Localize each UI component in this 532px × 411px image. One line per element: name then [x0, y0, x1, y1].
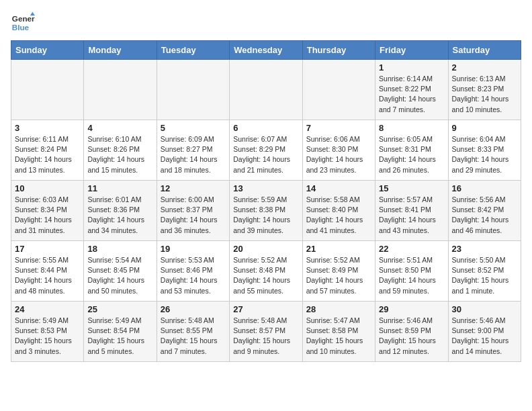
- day-info: Sunrise: 6:13 AM Sunset: 8:23 PM Dayligh…: [452, 74, 517, 115]
- day-number: 2: [452, 62, 517, 73]
- calendar-cell: 19Sunrise: 5:53 AM Sunset: 8:46 PM Dayli…: [157, 241, 229, 302]
- calendar-cell: 21Sunrise: 5:52 AM Sunset: 8:49 PM Dayli…: [302, 241, 375, 302]
- calendar-cell: [11, 60, 84, 120]
- header-day-thursday: Thursday: [302, 41, 375, 60]
- calendar-cell: 28Sunrise: 5:47 AM Sunset: 8:58 PM Dayli…: [302, 302, 375, 362]
- day-number: 17: [15, 244, 80, 254]
- day-info: Sunrise: 5:59 AM Sunset: 8:38 PM Dayligh…: [233, 195, 298, 236]
- day-number: 13: [233, 183, 298, 193]
- day-info: Sunrise: 6:00 AM Sunset: 8:37 PM Dayligh…: [161, 195, 226, 236]
- calendar-cell: 7Sunrise: 6:06 AM Sunset: 8:30 PM Daylig…: [302, 120, 375, 181]
- calendar-cell: 10Sunrise: 6:03 AM Sunset: 8:34 PM Dayli…: [11, 181, 84, 241]
- header-day-tuesday: Tuesday: [157, 41, 229, 60]
- calendar-cell: 17Sunrise: 5:55 AM Sunset: 8:44 PM Dayli…: [11, 241, 84, 302]
- calendar-cell: 13Sunrise: 5:59 AM Sunset: 8:38 PM Dayli…: [230, 181, 302, 241]
- calendar-cell: 1Sunrise: 6:14 AM Sunset: 8:22 PM Daylig…: [375, 60, 448, 120]
- day-number: 24: [15, 304, 80, 314]
- calendar-week-3: 17Sunrise: 5:55 AM Sunset: 8:44 PM Dayli…: [11, 241, 521, 302]
- day-number: 18: [87, 244, 152, 254]
- day-info: Sunrise: 6:07 AM Sunset: 8:29 PM Dayligh…: [233, 134, 298, 175]
- calendar-cell: 25Sunrise: 5:49 AM Sunset: 8:54 PM Dayli…: [84, 302, 157, 362]
- day-number: 19: [161, 244, 226, 254]
- header-day-wednesday: Wednesday: [230, 41, 302, 60]
- calendar-cell: 14Sunrise: 5:58 AM Sunset: 8:40 PM Dayli…: [302, 181, 375, 241]
- calendar-cell: [84, 60, 157, 120]
- header-day-monday: Monday: [84, 41, 157, 60]
- day-info: Sunrise: 5:54 AM Sunset: 8:45 PM Dayligh…: [87, 255, 152, 296]
- svg-text:Blue: Blue: [12, 23, 30, 32]
- calendar-cell: 12Sunrise: 6:00 AM Sunset: 8:37 PM Dayli…: [157, 181, 229, 241]
- calendar-cell: 26Sunrise: 5:48 AM Sunset: 8:55 PM Dayli…: [157, 302, 229, 362]
- day-number: 30: [452, 304, 517, 314]
- day-number: 5: [161, 123, 226, 133]
- calendar-cell: 23Sunrise: 5:50 AM Sunset: 8:52 PM Dayli…: [448, 241, 521, 302]
- calendar-header: SundayMondayTuesdayWednesdayThursdayFrid…: [11, 41, 521, 60]
- day-info: Sunrise: 6:05 AM Sunset: 8:31 PM Dayligh…: [379, 134, 444, 175]
- calendar-cell: 18Sunrise: 5:54 AM Sunset: 8:45 PM Dayli…: [84, 241, 157, 302]
- day-number: 9: [452, 123, 517, 133]
- day-number: 27: [233, 304, 298, 314]
- day-number: 3: [15, 123, 80, 133]
- calendar-cell: 15Sunrise: 5:57 AM Sunset: 8:41 PM Dayli…: [375, 181, 448, 241]
- calendar-cell: 6Sunrise: 6:07 AM Sunset: 8:29 PM Daylig…: [230, 120, 302, 181]
- calendar-cell: 29Sunrise: 5:46 AM Sunset: 8:59 PM Dayli…: [375, 302, 448, 362]
- calendar-cell: 27Sunrise: 5:48 AM Sunset: 8:57 PM Dayli…: [230, 302, 302, 362]
- calendar-cell: 2Sunrise: 6:13 AM Sunset: 8:23 PM Daylig…: [448, 60, 521, 120]
- calendar-cell: 20Sunrise: 5:52 AM Sunset: 8:48 PM Dayli…: [230, 241, 302, 302]
- day-number: 25: [87, 304, 152, 314]
- logo-icon: General Blue: [11, 11, 35, 35]
- day-number: 16: [452, 183, 517, 193]
- header-day-friday: Friday: [375, 41, 448, 60]
- day-number: 20: [233, 244, 298, 254]
- calendar-week-1: 3Sunrise: 6:11 AM Sunset: 8:24 PM Daylig…: [11, 120, 521, 181]
- calendar-table: SundayMondayTuesdayWednesdayThursdayFrid…: [11, 40, 521, 362]
- logo: General Blue: [11, 11, 35, 35]
- day-info: Sunrise: 5:52 AM Sunset: 8:48 PM Dayligh…: [233, 255, 298, 296]
- day-number: 15: [379, 183, 444, 193]
- day-number: 7: [306, 123, 371, 133]
- calendar-cell: 3Sunrise: 6:11 AM Sunset: 8:24 PM Daylig…: [11, 120, 84, 181]
- day-info: Sunrise: 5:55 AM Sunset: 8:44 PM Dayligh…: [15, 255, 80, 296]
- day-info: Sunrise: 5:49 AM Sunset: 8:54 PM Dayligh…: [87, 316, 152, 357]
- day-info: Sunrise: 6:03 AM Sunset: 8:34 PM Dayligh…: [15, 195, 80, 236]
- calendar-week-0: 1Sunrise: 6:14 AM Sunset: 8:22 PM Daylig…: [11, 60, 521, 120]
- day-info: Sunrise: 5:48 AM Sunset: 8:55 PM Dayligh…: [161, 316, 226, 357]
- day-info: Sunrise: 5:53 AM Sunset: 8:46 PM Dayligh…: [161, 255, 226, 296]
- calendar-cell: 5Sunrise: 6:09 AM Sunset: 8:27 PM Daylig…: [157, 120, 229, 181]
- day-info: Sunrise: 6:06 AM Sunset: 8:30 PM Dayligh…: [306, 134, 371, 175]
- calendar-week-4: 24Sunrise: 5:49 AM Sunset: 8:53 PM Dayli…: [11, 302, 521, 362]
- day-number: 10: [15, 183, 80, 193]
- calendar-cell: 9Sunrise: 6:04 AM Sunset: 8:33 PM Daylig…: [448, 120, 521, 181]
- day-info: Sunrise: 5:49 AM Sunset: 8:53 PM Dayligh…: [15, 316, 80, 357]
- calendar-cell: 4Sunrise: 6:10 AM Sunset: 8:26 PM Daylig…: [84, 120, 157, 181]
- calendar-cell: 24Sunrise: 5:49 AM Sunset: 8:53 PM Dayli…: [11, 302, 84, 362]
- day-info: Sunrise: 5:48 AM Sunset: 8:57 PM Dayligh…: [233, 316, 298, 357]
- day-info: Sunrise: 5:47 AM Sunset: 8:58 PM Dayligh…: [306, 316, 371, 357]
- day-number: 26: [161, 304, 226, 314]
- day-number: 14: [306, 183, 371, 193]
- calendar-cell: [157, 60, 229, 120]
- day-number: 23: [452, 244, 517, 254]
- day-info: Sunrise: 5:46 AM Sunset: 8:59 PM Dayligh…: [379, 316, 444, 357]
- calendar-cell: 30Sunrise: 5:46 AM Sunset: 9:00 PM Dayli…: [448, 302, 521, 362]
- calendar-cell: [302, 60, 375, 120]
- day-info: Sunrise: 5:58 AM Sunset: 8:40 PM Dayligh…: [306, 195, 371, 236]
- day-info: Sunrise: 5:52 AM Sunset: 8:49 PM Dayligh…: [306, 255, 371, 296]
- day-number: 22: [379, 244, 444, 254]
- calendar-cell: 22Sunrise: 5:51 AM Sunset: 8:50 PM Dayli…: [375, 241, 448, 302]
- day-info: Sunrise: 5:57 AM Sunset: 8:41 PM Dayligh…: [379, 195, 444, 236]
- day-info: Sunrise: 6:01 AM Sunset: 8:36 PM Dayligh…: [87, 195, 152, 236]
- calendar-cell: 8Sunrise: 6:05 AM Sunset: 8:31 PM Daylig…: [375, 120, 448, 181]
- day-info: Sunrise: 5:46 AM Sunset: 9:00 PM Dayligh…: [452, 316, 517, 357]
- day-number: 12: [161, 183, 226, 193]
- header-day-sunday: Sunday: [11, 41, 84, 60]
- day-number: 4: [87, 123, 152, 133]
- day-info: Sunrise: 5:50 AM Sunset: 8:52 PM Dayligh…: [452, 255, 517, 296]
- header: General Blue: [11, 11, 521, 35]
- day-info: Sunrise: 5:51 AM Sunset: 8:50 PM Dayligh…: [379, 255, 444, 296]
- day-number: 28: [306, 304, 371, 314]
- day-info: Sunrise: 6:11 AM Sunset: 8:24 PM Dayligh…: [15, 134, 80, 175]
- calendar-week-2: 10Sunrise: 6:03 AM Sunset: 8:34 PM Dayli…: [11, 181, 521, 241]
- day-info: Sunrise: 5:56 AM Sunset: 8:42 PM Dayligh…: [452, 195, 517, 236]
- day-info: Sunrise: 6:09 AM Sunset: 8:27 PM Dayligh…: [161, 134, 226, 175]
